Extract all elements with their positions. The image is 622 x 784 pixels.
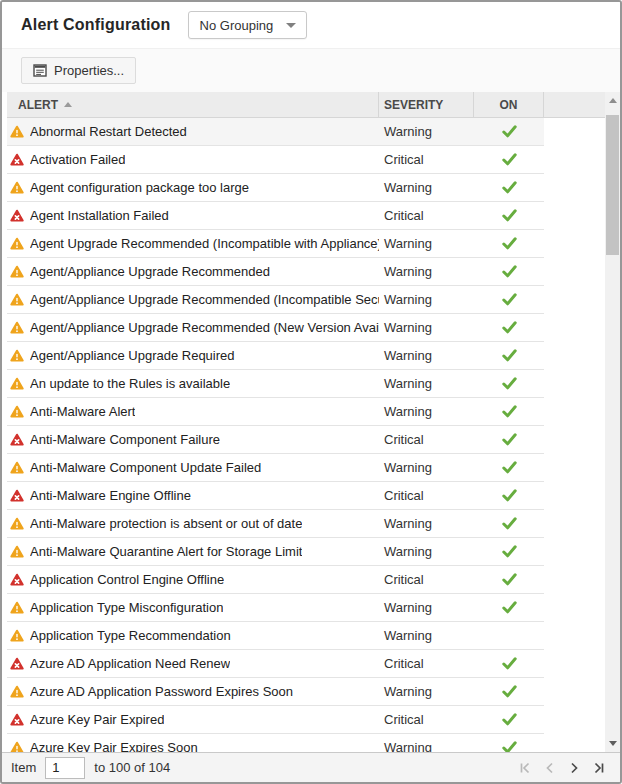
on-checkmark-icon: [502, 573, 517, 586]
warning-severity-icon: [10, 265, 24, 278]
table-row[interactable]: Agent Upgrade Recommended (Incompatible …: [7, 230, 544, 258]
severity-value: Warning: [379, 314, 474, 341]
on-cell: [474, 482, 544, 509]
on-cell: [474, 454, 544, 481]
table-row[interactable]: Abnormal Restart Detected Warning: [7, 118, 544, 146]
alert-name: Anti-Malware Component Update Failed: [30, 460, 261, 475]
severity-value: Warning: [379, 370, 474, 397]
on-cell: [474, 706, 544, 733]
alert-name: Application Type Recommendation: [30, 628, 231, 643]
alert-name: Azure Key Pair Expires Soon: [30, 740, 198, 752]
previous-page-button[interactable]: [539, 757, 560, 778]
on-cell: [474, 146, 544, 173]
table-row[interactable]: Agent/Appliance Upgrade Recommended (Inc…: [7, 286, 544, 314]
warning-severity-icon: [10, 601, 24, 614]
on-cell: [474, 118, 544, 145]
alert-name: Agent/Appliance Upgrade Recommended: [30, 264, 270, 279]
on-checkmark-icon: [502, 181, 517, 194]
on-checkmark-icon: [502, 153, 517, 166]
warning-severity-icon: [10, 125, 24, 138]
table-row[interactable]: Anti-Malware protection is absent or out…: [7, 510, 544, 538]
table-row[interactable]: An update to the Rules is available Warn…: [7, 370, 544, 398]
table-row[interactable]: Azure Key Pair Expired Critical: [7, 706, 544, 734]
severity-value: Warning: [379, 230, 474, 257]
on-cell: [474, 258, 544, 285]
severity-value: Warning: [379, 398, 474, 425]
severity-value: Warning: [379, 538, 474, 565]
on-cell: [474, 566, 544, 593]
warning-severity-icon: [10, 293, 24, 306]
alert-name: Azure AD Application Password Expires So…: [30, 684, 293, 699]
alert-name: Agent Installation Failed: [30, 208, 169, 223]
on-checkmark-icon: [502, 461, 517, 474]
grouping-dropdown[interactable]: No Grouping: [188, 11, 308, 39]
column-header-severity[interactable]: SEVERITY: [378, 92, 473, 117]
on-checkmark-icon: [502, 237, 517, 250]
table-row[interactable]: Azure AD Application Need Renew Critical: [7, 650, 544, 678]
pager-controls: [514, 757, 611, 778]
properties-button[interactable]: Properties...: [21, 57, 136, 84]
scroll-down-icon[interactable]: [605, 735, 620, 752]
warning-severity-icon: [10, 349, 24, 362]
on-checkmark-icon: [502, 489, 517, 502]
severity-value: Critical: [379, 650, 474, 677]
scroll-up-icon[interactable]: [605, 92, 620, 109]
item-label: Item: [11, 760, 36, 775]
on-checkmark-icon: [502, 125, 517, 138]
severity-value: Warning: [379, 258, 474, 285]
table-row[interactable]: Anti-Malware Component Update Failed War…: [7, 454, 544, 482]
table-row[interactable]: Azure AD Application Password Expires So…: [7, 678, 544, 706]
table-row[interactable]: Anti-Malware Component Failure Critical: [7, 426, 544, 454]
column-header-filler: [543, 92, 607, 117]
on-cell: [474, 622, 544, 649]
table-row[interactable]: Activation Failed Critical: [7, 146, 544, 174]
on-checkmark-icon: [502, 321, 517, 334]
table-row[interactable]: Application Type Misconfiguration Warnin…: [7, 594, 544, 622]
table-row[interactable]: Application Control Engine Offline Criti…: [7, 566, 544, 594]
table-row[interactable]: Agent/Appliance Upgrade Required Warning: [7, 342, 544, 370]
on-checkmark-icon: [502, 349, 517, 362]
sort-ascending-icon: [64, 102, 72, 107]
on-checkmark-icon: [502, 685, 517, 698]
table-header-row: ALERT SEVERITY ON: [7, 92, 607, 118]
table-row[interactable]: Anti-Malware Quarantine Alert for Storag…: [7, 538, 544, 566]
table-row[interactable]: Agent/Appliance Upgrade Recommended (New…: [7, 314, 544, 342]
table-row[interactable]: Agent configuration package too large Wa…: [7, 174, 544, 202]
item-number-input[interactable]: [45, 757, 85, 779]
first-page-button[interactable]: [514, 757, 535, 778]
alert-name: Anti-Malware Quarantine Alert for Storag…: [30, 544, 302, 559]
on-cell: [474, 734, 544, 752]
on-cell: [474, 314, 544, 341]
next-page-button[interactable]: [564, 757, 585, 778]
severity-value: Warning: [379, 454, 474, 481]
table-row[interactable]: Agent Installation Failed Critical: [7, 202, 544, 230]
table-row[interactable]: Anti-Malware Alert Warning: [7, 398, 544, 426]
column-header-on[interactable]: ON: [473, 92, 543, 117]
severity-value: Critical: [379, 426, 474, 453]
on-cell: [474, 230, 544, 257]
critical-severity-icon: [10, 209, 24, 222]
grouping-dropdown-value: No Grouping: [200, 18, 274, 33]
table-row[interactable]: Azure Key Pair Expires Soon Warning: [7, 734, 544, 752]
last-page-button[interactable]: [589, 757, 610, 778]
warning-severity-icon: [10, 321, 24, 334]
on-checkmark-icon: [502, 517, 517, 530]
severity-value: Warning: [379, 678, 474, 705]
warning-severity-icon: [10, 517, 24, 530]
on-cell: [474, 370, 544, 397]
on-cell: [474, 286, 544, 313]
on-cell: [474, 650, 544, 677]
on-checkmark-icon: [502, 405, 517, 418]
alert-name: Azure Key Pair Expired: [30, 712, 164, 727]
alert-name: Anti-Malware Alert: [30, 404, 135, 419]
severity-value: Warning: [379, 734, 474, 752]
table-row[interactable]: Agent/Appliance Upgrade Recommended Warn…: [7, 258, 544, 286]
column-header-alert[interactable]: ALERT: [7, 92, 378, 117]
table-row[interactable]: Application Type Recommendation Warning: [7, 622, 544, 650]
severity-value: Critical: [379, 706, 474, 733]
on-cell: [474, 342, 544, 369]
vertical-scrollbar[interactable]: [605, 92, 620, 752]
table-row[interactable]: Anti-Malware Engine Offline Critical: [7, 482, 544, 510]
scrollbar-thumb[interactable]: [606, 115, 619, 255]
on-cell: [474, 202, 544, 229]
